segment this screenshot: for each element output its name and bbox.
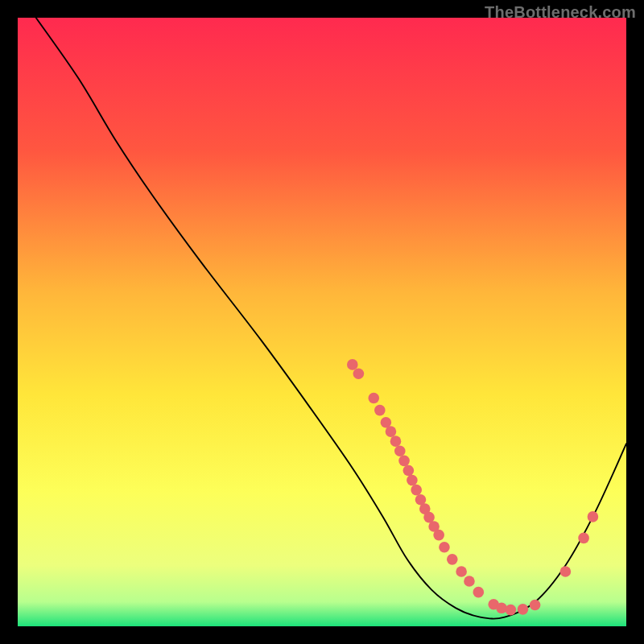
data-marker <box>368 393 379 404</box>
data-marker <box>433 530 444 541</box>
data-marker <box>411 485 422 496</box>
data-marker <box>347 359 358 370</box>
data-marker <box>407 475 418 486</box>
data-marker <box>439 542 450 553</box>
data-marker <box>578 533 589 544</box>
data-marker <box>506 605 517 616</box>
data-marker <box>473 587 484 598</box>
chart-frame: TheBottleneck.com <box>0 0 644 644</box>
plot-area <box>18 18 626 626</box>
data-marker <box>518 604 529 615</box>
data-marker <box>374 405 386 416</box>
data-marker <box>560 566 572 577</box>
data-marker <box>456 566 467 577</box>
data-marker <box>530 600 541 611</box>
data-marker <box>353 368 365 379</box>
gradient-background <box>18 18 626 626</box>
data-marker <box>496 603 507 614</box>
bottleneck-chart <box>18 18 626 626</box>
data-marker <box>398 456 410 467</box>
data-marker <box>390 436 402 447</box>
data-marker <box>447 554 458 565</box>
data-marker <box>394 445 406 456</box>
data-marker <box>403 465 415 477</box>
data-marker <box>386 426 397 437</box>
data-marker <box>588 511 599 522</box>
data-marker <box>464 576 475 587</box>
